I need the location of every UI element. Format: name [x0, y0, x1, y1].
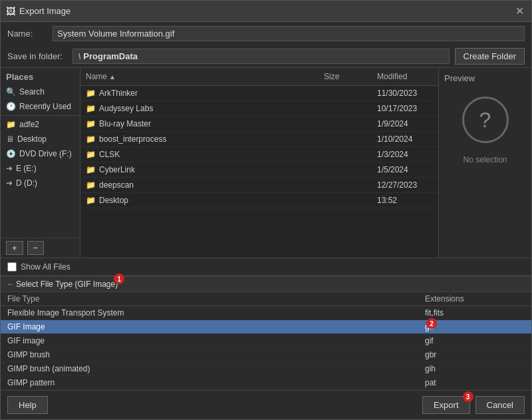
- file-row[interactable]: 📁ArkThinker 11/30/2023: [80, 86, 438, 101]
- file-row[interactable]: 📁CLSK 1/3/2024: [80, 147, 438, 162]
- file-type-header[interactable]: − Select File Type (GIF Image) 1: [1, 276, 531, 292]
- preview-circle: ?: [462, 97, 509, 143]
- file-row[interactable]: 📁Blu-ray Master 1/9/2024: [80, 116, 438, 132]
- sidebar-item-recently-used[interactable]: 🕐 Recently Used: [1, 99, 80, 114]
- sidebar-item-desktop[interactable]: 🖥 Desktop: [1, 132, 80, 146]
- sidebar-item-e-drive[interactable]: ➜ E (E:): [1, 161, 80, 176]
- show-all-label: Show All Files: [21, 262, 70, 272]
- main-area: Places 🔍 Search 🕐 Recently Used 📁 adfe2 …: [1, 67, 531, 258]
- action-row: Help Export 3 Cancel: [1, 390, 531, 419]
- export-image-dialog: 🖼 Export Image ✕ Name: Save in folder: \…: [0, 0, 532, 420]
- ft-type-fits: Flexible Image Transport System: [7, 308, 425, 317]
- dialog-icon: 🖼: [6, 6, 15, 17]
- export-button[interactable]: Export 3: [422, 396, 470, 414]
- file-type-row-gih[interactable]: GIMP brush (animated) gih: [1, 362, 531, 376]
- search-icon: 🔍: [6, 87, 16, 97]
- bottom-section: Show All Files − Select File Type (GIF I…: [1, 258, 531, 419]
- file-type-badge: 1: [114, 274, 124, 284]
- folder-label: Save in folder:: [7, 51, 67, 61]
- file-type-row-gif-selected[interactable]: GIF Image 2 gif: [1, 320, 531, 334]
- sidebar-divider: [1, 115, 80, 116]
- folder-icon: 📁: [86, 89, 96, 98]
- folder-separator: \: [78, 52, 80, 61]
- preview-no-selection: No selection: [463, 155, 507, 164]
- preview-title: Preview: [444, 73, 475, 83]
- name-row: Name:: [1, 22, 531, 45]
- file-list[interactable]: 📁ArkThinker 11/30/2023 📁Audyssey Labs 10…: [80, 86, 438, 258]
- folder-icon: 📁: [86, 119, 96, 128]
- sidebar-label-desktop: Desktop: [17, 134, 47, 144]
- sidebar: Places 🔍 Search 🕐 Recently Used 📁 adfe2 …: [1, 68, 80, 258]
- gif-image-badge: 2: [426, 318, 437, 329]
- export-badge: 3: [463, 391, 473, 402]
- ft-ext-gif: gif: [425, 336, 525, 345]
- desktop-icon: 🖥: [6, 134, 14, 144]
- file-row[interactable]: 📁CyberLink 1/5/2024: [80, 162, 438, 178]
- name-input[interactable]: [53, 26, 525, 41]
- ft-type-pat: GIMP pattern: [7, 378, 425, 387]
- name-label: Name:: [7, 29, 47, 39]
- ft-header-ext: Extensions: [425, 294, 525, 304]
- folder-icon: 📁: [86, 180, 96, 190]
- sidebar-item-search[interactable]: 🔍 Search: [1, 85, 80, 99]
- show-all-row: Show All Files: [1, 258, 531, 276]
- file-row[interactable]: 📁deepscan 12/27/2023: [80, 178, 438, 193]
- ft-header-type: File Type: [7, 294, 425, 304]
- dialog-title: Export Image: [19, 6, 70, 16]
- file-type-header-text: Select File Type (GIF Image): [16, 280, 118, 289]
- file-type-section: − Select File Type (GIF Image) 1 File Ty…: [1, 276, 531, 390]
- file-list-header: Name ▲ Size Modified: [80, 68, 438, 86]
- folder-icon-adfe2: 📁: [6, 120, 16, 129]
- ft-ext-gih: gih: [425, 364, 525, 373]
- sidebar-label-e: E (E:): [16, 164, 37, 173]
- folder-icon: 📁: [86, 104, 96, 113]
- question-mark-icon: ?: [479, 108, 491, 132]
- file-type-row-fits[interactable]: Flexible Image Transport System fit,fits: [1, 306, 531, 320]
- folder-icon: 📁: [86, 134, 96, 144]
- sidebar-footer: + −: [1, 238, 80, 258]
- sidebar-item-d-drive[interactable]: ➜ D (D:): [1, 176, 80, 190]
- right-buttons: Export 3 Cancel: [422, 396, 525, 414]
- folder-row: Save in folder: \ ProgramData Create Fol…: [1, 45, 531, 67]
- drive-d-icon: ➜: [6, 178, 13, 188]
- help-button[interactable]: Help: [7, 396, 48, 414]
- create-folder-button[interactable]: Create Folder: [455, 48, 525, 65]
- file-area: Name ▲ Size Modified 📁ArkThinker 11/30/2…: [80, 68, 438, 258]
- file-header-modified[interactable]: Modified: [372, 71, 438, 83]
- remove-place-button[interactable]: −: [27, 241, 45, 255]
- sidebar-item-dvd[interactable]: 💿 DVD Drive (F:): [1, 146, 80, 161]
- sidebar-label-recently-used: Recently Used: [19, 102, 71, 111]
- close-button[interactable]: ✕: [513, 5, 526, 18]
- sidebar-header: Places: [1, 68, 80, 85]
- ft-type-gih: GIMP brush (animated): [7, 364, 425, 373]
- file-type-table-header: File Type Extensions: [1, 292, 531, 306]
- ft-ext-gbr: gbr: [425, 350, 525, 359]
- folder-path[interactable]: \ ProgramData: [72, 49, 450, 64]
- file-row[interactable]: 📁boost_interprocess 1/10/2024: [80, 132, 438, 147]
- add-place-button[interactable]: +: [6, 241, 23, 255]
- collapse-icon: −: [7, 280, 12, 289]
- clock-icon: 🕐: [6, 102, 16, 111]
- drive-e-icon: ➜: [6, 164, 13, 173]
- cancel-button[interactable]: Cancel: [475, 396, 525, 414]
- file-header-name[interactable]: Name ▲: [80, 71, 319, 83]
- sidebar-label-search: Search: [19, 87, 45, 97]
- sidebar-item-adfe2[interactable]: 📁 adfe2: [1, 117, 80, 132]
- titlebar-left: 🖼 Export Image: [6, 6, 70, 17]
- ft-ext-fits: fit,fits: [425, 308, 525, 317]
- titlebar: 🖼 Export Image ✕: [1, 1, 531, 22]
- file-header-size[interactable]: Size: [319, 71, 372, 83]
- file-row[interactable]: 📁Audyssey Labs 10/17/2023: [80, 101, 438, 116]
- file-row[interactable]: 📁Desktop 13:52: [80, 193, 438, 208]
- folder-icon: 📁: [86, 196, 96, 205]
- sidebar-label-dvd: DVD Drive (F:): [19, 149, 72, 158]
- sidebar-label-d: D (D:): [16, 178, 37, 188]
- show-all-checkbox[interactable]: [7, 262, 17, 272]
- ft-ext-gif-selected: gif: [425, 322, 525, 331]
- sidebar-label-adfe2: adfe2: [19, 120, 39, 129]
- folder-icon: 📁: [86, 150, 96, 159]
- ft-type-gif-selected: GIF Image 2: [7, 322, 425, 331]
- file-type-row-pat[interactable]: GIMP pattern pat: [1, 376, 531, 390]
- file-type-row-gbr[interactable]: GIMP brush gbr: [1, 348, 531, 362]
- file-type-row-gif[interactable]: GIF image gif: [1, 334, 531, 348]
